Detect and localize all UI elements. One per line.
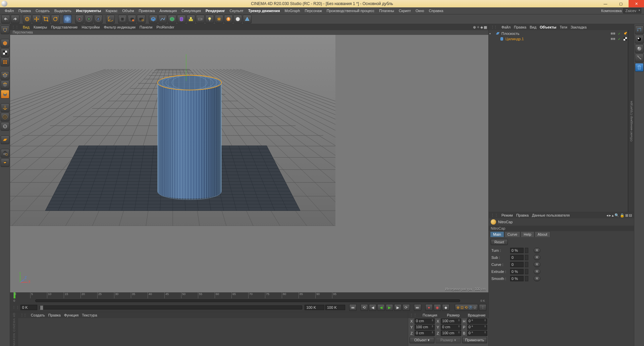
object-name[interactable]: Цилиндр.1 — [505, 37, 609, 41]
attr-nav-fwd-icon[interactable]: ▸ — [609, 213, 611, 218]
menu-скрипт[interactable]: Скрипт — [397, 8, 413, 13]
light-button[interactable] — [205, 15, 214, 23]
om-menu-1[interactable]: Правка — [514, 25, 526, 29]
spinner[interactable] — [525, 262, 528, 267]
attr-tab-help[interactable]: Help — [521, 231, 534, 237]
om-menu-0[interactable]: Файл — [501, 25, 511, 29]
size-z-input[interactable]: 100 cm — [441, 331, 461, 336]
param-input-0[interactable]: 0 % — [510, 248, 524, 253]
attr-search-icon[interactable]: 🔍 — [614, 213, 619, 218]
visibility-dots[interactable] — [611, 38, 615, 40]
model-mode-button[interactable] — [1, 39, 9, 48]
vp-menu-1[interactable]: Камеры — [34, 25, 47, 29]
frame-end-field[interactable]: 100 K — [305, 305, 324, 310]
menu-скульпт[interactable]: Скульпт — [228, 8, 246, 13]
spinner[interactable] — [525, 276, 528, 281]
om-menu-2[interactable]: Вид — [530, 25, 536, 29]
object-mode-dropdown[interactable]: Объект ▾ — [410, 337, 434, 343]
menu-правка[interactable]: Правка — [16, 8, 33, 13]
reset-param-button[interactable]: R — [534, 248, 540, 253]
vp-menu-3[interactable]: Настройки — [82, 25, 100, 29]
enable-checkmark[interactable]: ✓ — [618, 37, 621, 41]
attr-lock-icon[interactable]: 🔒 — [620, 213, 625, 218]
sphere-orange-button[interactable]: S — [224, 15, 233, 23]
menu-анимация[interactable]: Анимация — [158, 8, 179, 13]
om-menu-3[interactable]: Объекты — [540, 25, 556, 29]
axis-mode-button[interactable] — [1, 103, 9, 112]
frame-start-field[interactable]: 0 K — [20, 305, 37, 310]
workplane2-button[interactable] — [1, 158, 9, 167]
attr-new-icon[interactable]: ⊞ — [625, 213, 628, 218]
menu-привязка[interactable]: Привязка — [137, 8, 157, 13]
rotate-tool[interactable] — [51, 15, 60, 23]
mat-menu-0[interactable]: Создать — [31, 313, 45, 317]
sphere-white-button[interactable] — [233, 15, 242, 23]
goto-end-button[interactable]: ⏭ — [414, 304, 421, 311]
texture-mode-button[interactable] — [1, 48, 9, 57]
make-editable-button[interactable] — [1, 25, 9, 34]
y-axis-toggle[interactable]: Y — [85, 15, 93, 23]
reset-param-button[interactable]: R — [534, 276, 540, 281]
object-tree[interactable]: ▾ Плоскость ✓ Цилиндр.1 ✓ — [489, 30, 628, 212]
viewport-tool-icon[interactable]: ⊕ — [473, 25, 476, 30]
om-menu-5[interactable]: Закладка — [571, 25, 587, 29]
menu-трекер движения[interactable]: Трекер движения — [246, 8, 282, 13]
pyramid-button[interactable] — [243, 15, 252, 23]
attr-nav-back-icon[interactable]: ◂ — [606, 213, 608, 218]
attr-menu-1[interactable]: Правка — [516, 213, 529, 217]
menu-плагины[interactable]: Плагины — [377, 8, 396, 13]
minimize-button[interactable]: — — [598, 0, 613, 7]
attr-menu-2[interactable]: Данные пользователя — [532, 213, 570, 217]
primitive-button[interactable] — [149, 15, 158, 23]
layout-dropdown[interactable]: Zaicev — [623, 8, 641, 13]
point-mode-button[interactable] — [1, 71, 9, 80]
x-axis-toggle[interactable]: X — [75, 15, 84, 23]
apply-button[interactable]: Применить — [462, 337, 487, 343]
viewport[interactable]: Интервал растра : 100 cm Y X Z — [10, 35, 488, 292]
trash-button[interactable] — [635, 63, 644, 72]
menu-справка[interactable]: Справка — [427, 8, 445, 13]
menu-каркас[interactable]: Каркас — [104, 8, 119, 13]
play-button[interactable]: ▶ — [386, 304, 393, 311]
reset-param-button[interactable]: R — [534, 269, 540, 274]
attr-tab-curve[interactable]: Curve — [504, 231, 520, 237]
tag-icon[interactable] — [623, 37, 627, 41]
vp-menu-4[interactable]: Фильтр индикации — [104, 25, 136, 29]
last-tool-button[interactable] — [63, 15, 72, 23]
spinner[interactable] — [525, 269, 528, 274]
deformer-button[interactable] — [177, 15, 186, 23]
attr-tab-about[interactable]: About — [535, 231, 550, 237]
pos-y-input[interactable]: 100 cm — [415, 325, 435, 330]
param-input-1[interactable]: 0 — [510, 255, 524, 260]
menu-симуляция[interactable]: Симуляция — [179, 8, 203, 13]
nav-button[interactable] — [635, 25, 644, 34]
param-input-3[interactable]: 0 % — [510, 269, 524, 274]
frame-max-field[interactable]: 100 K — [325, 305, 345, 310]
mat-menu-2[interactable]: Функция — [64, 313, 78, 317]
move-tool[interactable] — [32, 15, 41, 23]
viewport-tool-icon[interactable]: ▦ — [484, 25, 487, 30]
select-tool[interactable] — [23, 15, 32, 23]
undo-button[interactable] — [1, 15, 10, 23]
reset-button[interactable]: Reset — [491, 239, 508, 245]
object-name[interactable]: Плоскость — [501, 32, 609, 36]
play-back-button[interactable]: ◀ — [377, 304, 385, 311]
pos-z-input[interactable]: 0 cm — [415, 331, 435, 336]
object-item-0[interactable]: ▾ Плоскость ✓ — [489, 31, 627, 36]
menu-объём[interactable]: Объём — [120, 8, 136, 13]
next-frame-button[interactable]: ▶ — [394, 304, 401, 311]
object-item-1[interactable]: Цилиндр.1 ✓ — [489, 36, 627, 42]
vp-menu-0[interactable]: Вид — [23, 25, 30, 29]
coord-system-button[interactable] — [106, 15, 115, 23]
size-x-input[interactable]: 100 cm — [441, 319, 461, 324]
menu-рендеринг[interactable]: Рендеринг — [204, 8, 227, 13]
goto-start-button[interactable]: ⏮ — [349, 304, 357, 311]
workplane-button[interactable] — [1, 135, 9, 144]
spline-button[interactable] — [158, 15, 167, 23]
loop-button[interactable]: ⟲ — [361, 304, 368, 311]
spinner[interactable] — [525, 255, 528, 260]
key-options-group[interactable]: ⊕ ⊡ ⟲ Ⓟ ⊘ — [455, 304, 478, 311]
attr-menu-icon[interactable]: ⊟ — [629, 213, 632, 218]
menu-создать[interactable]: Создать — [34, 8, 52, 13]
render-view-button[interactable] — [118, 15, 127, 23]
